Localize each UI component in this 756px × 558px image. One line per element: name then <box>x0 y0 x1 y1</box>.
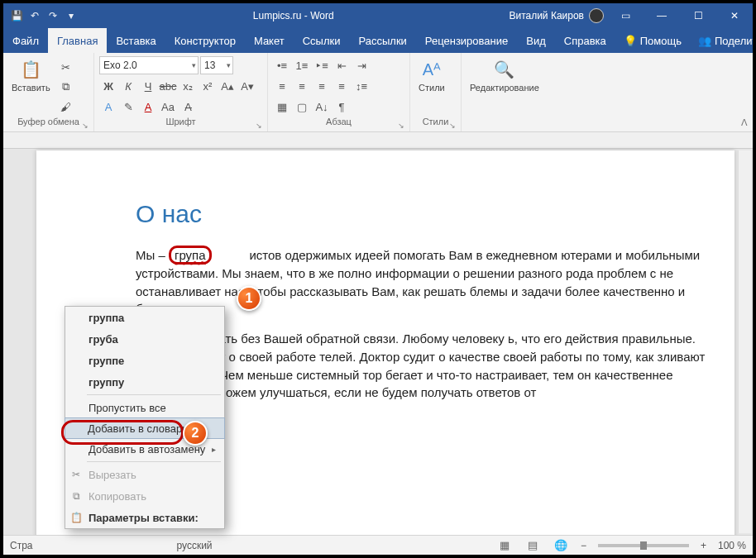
underline-icon[interactable]: Ч <box>139 77 157 95</box>
shrink-font-icon[interactable]: A▾ <box>238 77 256 95</box>
tab-file[interactable]: Файл <box>3 28 48 53</box>
justify-icon[interactable]: ≡ <box>333 77 351 95</box>
launcher-icon[interactable]: ↘ <box>449 122 456 130</box>
tab-layout[interactable]: Макет <box>245 28 294 53</box>
clear-format-icon[interactable]: A̶ <box>179 98 197 116</box>
highlight-icon[interactable]: ✎ <box>119 98 137 116</box>
text-effects-icon[interactable]: A <box>99 98 117 116</box>
launcher-icon[interactable]: ↘ <box>82 122 89 130</box>
autosave-icon[interactable]: 💾 <box>10 9 23 22</box>
undo-icon[interactable]: ↶ <box>28 9 41 22</box>
ribbon-display-icon[interactable]: ▭ <box>607 3 644 28</box>
group-editing: 🔍Редактирование <box>462 53 561 131</box>
borders-icon[interactable]: ▢ <box>293 98 311 116</box>
font-name-combo[interactable]: Exo 2.0 <box>99 56 199 74</box>
group-paragraph-label: Абзац <box>326 117 352 126</box>
cut-icon[interactable]: ✂ <box>57 58 75 76</box>
ruler[interactable] <box>3 132 753 149</box>
align-right-icon[interactable]: ≡ <box>313 77 331 95</box>
indent-dec-icon[interactable]: ⇤ <box>333 56 351 74</box>
grow-font-icon[interactable]: A▴ <box>218 77 237 95</box>
show-marks-icon[interactable]: ¶ <box>333 98 351 116</box>
vertical-scrollbar[interactable] <box>738 150 751 533</box>
strike-icon[interactable]: abc <box>159 77 177 95</box>
shading-icon[interactable]: ▦ <box>273 98 291 116</box>
zoom-slider[interactable] <box>598 544 689 547</box>
tab-help[interactable]: Справка <box>555 28 615 53</box>
share-button[interactable]: 👥 Поделиться <box>690 28 756 53</box>
user-area[interactable]: Виталий Каиров <box>509 8 607 23</box>
callout-badge-2: 2 <box>183 421 208 446</box>
editing-label: Редактирование <box>470 83 539 93</box>
tab-references[interactable]: Ссылки <box>294 28 350 53</box>
close-icon[interactable]: ✕ <box>716 3 753 28</box>
launcher-icon[interactable]: ↘ <box>256 122 262 130</box>
window-title: Lumpics.ru - Word <box>78 10 509 21</box>
suggestion-3[interactable]: группе <box>65 350 224 371</box>
align-center-icon[interactable]: ≡ <box>293 77 311 95</box>
italic-icon[interactable]: К <box>119 77 137 95</box>
tab-design[interactable]: Конструктор <box>165 28 245 53</box>
tab-view[interactable]: Вид <box>517 28 555 53</box>
align-left-icon[interactable]: ≡ <box>273 77 291 95</box>
suggestion-2[interactable]: груба <box>65 328 224 350</box>
font-color-icon[interactable]: A <box>139 98 157 116</box>
numbering-icon[interactable]: 1≡ <box>293 56 311 74</box>
tab-review[interactable]: Рецензирование <box>416 28 517 53</box>
bullets-icon[interactable]: •≡ <box>273 56 291 74</box>
callout-badge-1: 1 <box>237 286 261 311</box>
indent-inc-icon[interactable]: ⇥ <box>352 56 371 74</box>
cut-icon: ✂ <box>69 469 84 480</box>
suggestion-1[interactable]: группа <box>65 307 224 328</box>
multilevel-icon[interactable]: ‣≡ <box>313 56 331 74</box>
editing-button[interactable]: 🔍Редактирование <box>467 56 543 94</box>
tab-insert[interactable]: Вставка <box>107 28 165 53</box>
chevron-right-icon: ▸ <box>212 445 216 454</box>
collapse-ribbon-icon[interactable]: ᐱ <box>741 117 748 128</box>
copy-icon[interactable]: ⧉ <box>57 78 75 96</box>
redo-icon[interactable]: ↷ <box>46 9 60 22</box>
superscript-icon[interactable]: x² <box>199 77 217 95</box>
cut-label: Вырезать <box>89 469 136 481</box>
suggestion-label: группа <box>89 312 124 324</box>
line-spacing-icon[interactable]: ↕≡ <box>352 77 371 95</box>
group-font: Exo 2.0 13 Ж К Ч abc x₂ x² A▴ A▾ A ✎ A A… <box>94 53 268 131</box>
print-layout-icon[interactable]: ▤ <box>524 539 541 551</box>
format-painter-icon[interactable]: 🖌 <box>57 98 75 116</box>
sort-icon[interactable]: A↓ <box>313 98 331 116</box>
paste-label: Вставить <box>12 83 50 93</box>
zoom-out-icon[interactable]: − <box>581 540 586 551</box>
ribbon: 📋 Вставить ✂ ⧉ 🖌 Буфер обмена↘ Exo 2.0 1… <box>3 53 753 132</box>
styles-button[interactable]: AᴬСтили <box>415 56 448 94</box>
copy: ⧉Копировать <box>65 485 224 507</box>
misspelled-word[interactable]: група <box>169 246 212 265</box>
page-indicator[interactable]: Стра <box>10 540 33 551</box>
font-size-combo[interactable]: 13 <box>200 56 233 74</box>
change-case-icon[interactable]: Aa <box>159 98 177 116</box>
ignore-all[interactable]: Пропустить все <box>65 397 224 418</box>
web-layout-icon[interactable]: 🌐 <box>553 539 569 551</box>
heading: О нас <box>136 200 710 228</box>
tab-mailings[interactable]: Рассылки <box>349 28 415 53</box>
tab-home[interactable]: Главная <box>48 28 107 53</box>
minimize-icon[interactable]: — <box>644 3 680 28</box>
search-icon: 🔍 <box>493 58 516 81</box>
group-font-label: Шрифт <box>165 117 195 126</box>
suggestion-4[interactable]: группу <box>65 371 224 393</box>
group-styles: AᴬСтили Стили↘ <box>410 53 462 131</box>
qat-more-icon[interactable]: ▾ <box>65 9 78 22</box>
paste-options[interactable]: 📋Параметры вставки: <box>65 507 224 528</box>
group-clipboard-label: Буфер обмена <box>17 117 79 126</box>
suggestion-label: группе <box>89 355 124 367</box>
zoom-level[interactable]: 100 % <box>718 540 746 551</box>
tell-me[interactable]: 💡 Помощь <box>615 28 690 53</box>
language-indicator[interactable]: русский <box>45 540 213 551</box>
bold-icon[interactable]: Ж <box>99 77 117 95</box>
zoom-in-icon[interactable]: + <box>701 540 706 551</box>
maximize-icon[interactable]: ☐ <box>680 3 716 28</box>
launcher-icon[interactable]: ↘ <box>398 122 404 130</box>
subscript-icon[interactable]: x₂ <box>179 77 197 95</box>
paste-button[interactable]: 📋 Вставить <box>8 56 54 94</box>
read-mode-icon[interactable]: ▦ <box>496 539 513 551</box>
spelling-context-menu: группа груба группе группу Пропустить вс… <box>65 306 225 529</box>
